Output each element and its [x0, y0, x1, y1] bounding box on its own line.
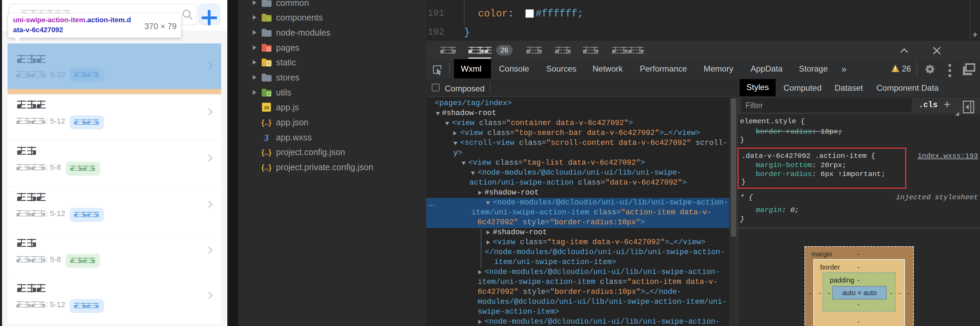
svg-text:JS: JS	[264, 105, 269, 110]
svg-text:3: 3	[263, 133, 269, 142]
svg-text:{..}: {..}	[261, 118, 272, 127]
svg-text:{..}: {..}	[261, 148, 272, 157]
svg-text:{..}: {..}	[261, 163, 272, 172]
svg-text:<>: <>	[267, 48, 270, 51]
